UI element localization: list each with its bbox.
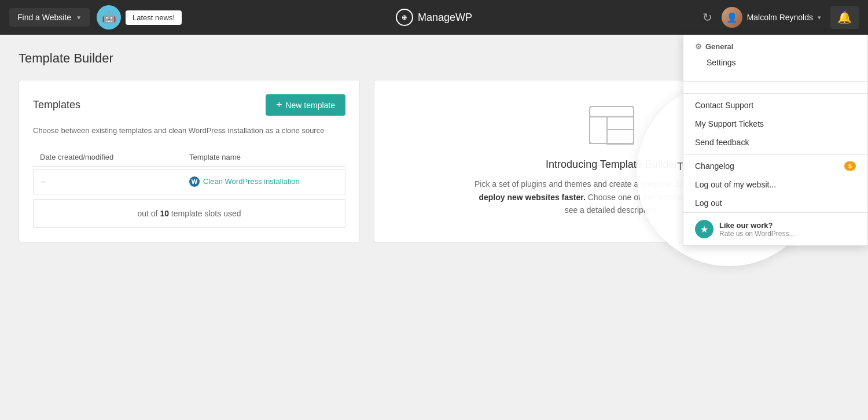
brand-name: ManageWP <box>418 12 472 24</box>
new-template-label: New template <box>285 101 335 110</box>
like-subtitle: Rate us on WordPress... <box>719 230 795 238</box>
table-header: Date created/modified Template name <box>33 148 345 167</box>
svg-rect-1 <box>590 106 634 117</box>
general-label: General <box>705 42 733 51</box>
user-dropdown: ⚙ General Settings Contact Support My Su… <box>683 35 868 246</box>
like-text-area: Like our work? Rate us on WordPress... <box>719 221 795 238</box>
nav-right: ↻ 👤 Malcolm Reynolds ▾ 🔔 <box>703 6 859 29</box>
row-name-text: Clean WordPress installation <box>203 177 300 186</box>
divider-1 <box>683 81 867 82</box>
svg-rect-4 <box>607 130 634 145</box>
send-feedback-label: Send feedback <box>695 138 749 147</box>
logout-label: Log out <box>695 198 722 208</box>
nav-left: Find a Website ▼ 🤖 Latest news! <box>9 5 182 30</box>
logout-item[interactable]: Log out <box>683 194 867 212</box>
like-title: Like our work? <box>719 221 795 230</box>
user-name: Malcolm Reynolds <box>747 13 813 22</box>
svg-rect-2 <box>590 117 607 143</box>
general-section-title: ⚙ General <box>695 42 856 51</box>
slots-info: out of 10 template slots used <box>33 199 345 228</box>
divider-2 <box>683 93 867 94</box>
dropdown-arrow-icon: ▼ <box>76 14 82 21</box>
send-feedback-item[interactable]: Send feedback <box>683 133 867 152</box>
refresh-button[interactable]: ↻ <box>703 10 712 24</box>
divider-3 <box>683 154 867 154</box>
changelog-item[interactable]: Changelog 5 <box>683 157 867 175</box>
logout-website-item[interactable]: Log out of my websit... <box>683 175 867 194</box>
templates-card: Templates + New template Choose between … <box>19 80 360 242</box>
brand-logo: ⊕ ManageWP <box>396 9 472 26</box>
changelog-label: Changelog <box>695 161 734 171</box>
settings-item[interactable]: Settings <box>695 53 856 72</box>
template-builder-icon <box>589 105 635 145</box>
like-area: ★ Like our work? Rate us on WordPress... <box>683 212 867 245</box>
changelog-count-badge: 5 <box>844 161 856 171</box>
contact-support-item[interactable]: Contact Support <box>683 96 867 115</box>
tools-section-hint <box>683 84 867 91</box>
plus-icon: + <box>276 99 282 111</box>
svg-rect-0 <box>590 106 634 143</box>
user-dropdown-arrow-icon: ▾ <box>818 14 821 21</box>
row-date: -- <box>41 177 189 186</box>
contact-support-label: Contact Support <box>695 101 753 110</box>
col-header-name: Template name <box>189 153 339 161</box>
wordpress-icon: W <box>189 176 200 187</box>
find-website-label: Find a Website <box>17 13 71 22</box>
support-tickets-label: My Support Tickets <box>695 119 764 128</box>
row-name[interactable]: W Clean WordPress installation <box>189 176 338 187</box>
col-header-date: Date created/modified <box>40 153 189 161</box>
gear-icon: ⚙ <box>695 42 702 51</box>
slots-count: 10 <box>160 209 169 218</box>
general-section: ⚙ General Settings <box>683 35 867 79</box>
templates-title: Templates <box>33 99 80 111</box>
user-menu[interactable]: 👤 Malcolm Reynolds ▾ <box>722 7 821 28</box>
star-icon: ★ <box>695 220 713 238</box>
intro-desc-bold: deploy new websites faster. <box>479 193 585 202</box>
mascot-area: 🤖 Latest news! <box>97 5 182 30</box>
latest-news-badge[interactable]: Latest news! <box>126 10 182 25</box>
card-header: Templates + New template <box>33 94 345 116</box>
avatar: 👤 <box>722 7 742 28</box>
top-navigation: Find a Website ▼ 🤖 Latest news! ⊕ Manage… <box>0 0 868 35</box>
new-template-button[interactable]: + New template <box>266 94 345 116</box>
templates-description: Choose between existing templates and cl… <box>33 125 345 137</box>
table-row[interactable]: -- W Clean WordPress installation <box>33 169 345 194</box>
logo-circle-icon: ⊕ <box>396 9 413 26</box>
find-website-button[interactable]: Find a Website ▼ <box>9 8 90 27</box>
settings-label: Settings <box>707 58 736 67</box>
support-tickets-item[interactable]: My Support Tickets <box>683 115 867 133</box>
svg-rect-3 <box>607 117 634 130</box>
mascot-icon: 🤖 <box>97 5 121 30</box>
logout-website-label: Log out of my websit... <box>695 180 776 189</box>
notifications-button[interactable]: 🔔 <box>830 6 859 29</box>
